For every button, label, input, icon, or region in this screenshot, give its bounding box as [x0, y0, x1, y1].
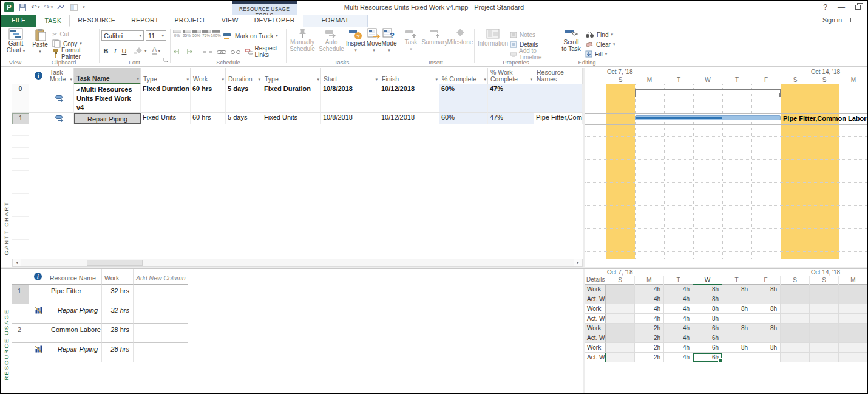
column-header-work[interactable]: Work	[102, 269, 134, 285]
usage-cell[interactable]: 8h	[722, 304, 751, 314]
ribbon-options-icon[interactable]	[846, 18, 851, 22]
underline-button[interactable]: U	[120, 47, 128, 55]
usage-cell[interactable]	[722, 333, 751, 343]
filter-arrow-icon[interactable]: ▾	[186, 76, 189, 83]
auto-schedule-button[interactable]: AutoSchedule	[318, 28, 345, 52]
column-header-type[interactable]: Type▾	[141, 68, 191, 84]
usage-cell[interactable]	[839, 314, 868, 324]
usage-timescale[interactable]: Oct 7, '18 Oct 14, '18 Details S M T W T…	[585, 269, 868, 285]
work-cell[interactable]: 32 hrs	[102, 285, 134, 304]
usage-cell[interactable]: 8h	[693, 294, 722, 304]
task-mode-cell[interactable]	[47, 84, 74, 113]
usage-cell[interactable]	[751, 353, 781, 362]
usage-cell[interactable]	[751, 294, 781, 304]
usage-cell[interactable]	[781, 324, 810, 333]
timeline-view-icon[interactable]	[57, 4, 66, 10]
usage-cell[interactable]: 8h	[751, 285, 781, 294]
percent-75-button[interactable]: 75%	[202, 30, 211, 38]
percent-100-button[interactable]: 100%	[211, 30, 220, 38]
mark-on-track-button[interactable]: Mark on Track▾	[223, 31, 278, 41]
font-size-select[interactable]: 11▾	[146, 30, 166, 41]
assignment-info-cell[interactable]	[29, 343, 47, 362]
usage-cell[interactable]	[839, 294, 868, 304]
column-header-add-new[interactable]: Add New Column	[134, 269, 188, 285]
usage-cell[interactable]	[810, 324, 839, 333]
move-button[interactable]: Move▾	[366, 28, 382, 53]
usage-cell[interactable]: 4h	[664, 324, 693, 333]
type2-cell[interactable]: Fixed Units	[262, 113, 321, 124]
assignment-name-cell[interactable]: Repair Piping	[47, 343, 102, 362]
details-cell[interactable]: Act. W	[585, 333, 606, 343]
scroll-right-arrow-icon[interactable]: ▸	[574, 259, 582, 266]
usage-cell[interactable]	[606, 333, 635, 343]
usage-cell[interactable]	[722, 294, 751, 304]
tab-project[interactable]: PROJECT	[167, 15, 214, 27]
start-cell[interactable]: 10/8/2018	[321, 84, 379, 113]
row-number[interactable]: 0	[12, 84, 29, 113]
gantt-chart-button[interactable]: Gantt Chart ▾	[4, 28, 28, 54]
background-color-button[interactable]	[134, 46, 143, 56]
usage-cell[interactable]: 4h	[664, 285, 693, 294]
row-number[interactable]: 1	[12, 113, 29, 124]
usage-cell[interactable]	[606, 285, 635, 294]
redo-button[interactable]: ↷▾	[44, 3, 53, 12]
filter-arrow-icon[interactable]: ▾	[317, 76, 319, 83]
usage-cell[interactable]	[781, 294, 810, 304]
type2-cell[interactable]: Fixed Duration	[262, 84, 321, 113]
bold-button[interactable]: B	[102, 47, 110, 55]
info-cell[interactable]	[29, 84, 47, 113]
usage-cell[interactable]	[781, 333, 810, 343]
pct-work-complete-cell[interactable]: 47%	[488, 84, 534, 113]
usage-cell[interactable]: 2h	[635, 324, 664, 333]
start-cell[interactable]: 10/8/2018	[321, 113, 379, 124]
usage-cell[interactable]: 8h	[693, 285, 722, 294]
task-mode-cell[interactable]	[47, 113, 74, 124]
info-column-header[interactable]: i	[29, 269, 47, 285]
info-column-header[interactable]: i	[29, 68, 47, 84]
usage-cell[interactable]: 8h	[751, 324, 781, 333]
assignment-name-cell[interactable]: Repair Piping	[47, 304, 102, 324]
cut-button[interactable]: ✂Cut	[52, 29, 98, 39]
scroll-left-arrow-icon[interactable]: ◂	[13, 259, 21, 266]
usage-cell[interactable]	[751, 314, 781, 324]
pct-complete-cell[interactable]: 60%	[439, 113, 488, 124]
outdent-task-icon[interactable]	[173, 46, 181, 57]
usage-cell[interactable]: 4h	[635, 304, 664, 314]
column-header-work[interactable]: Work▾	[191, 68, 226, 84]
tab-task[interactable]: TASK	[36, 15, 70, 27]
font-dialog-launcher-icon[interactable]	[163, 54, 168, 65]
usage-cell[interactable]	[751, 333, 781, 343]
link-tasks-icon[interactable]	[217, 46, 226, 57]
type-cell[interactable]: Fixed Units	[141, 113, 191, 124]
filter-arrow-icon[interactable]: ▾	[258, 76, 260, 83]
usage-cell[interactable]	[606, 353, 635, 362]
usage-cell[interactable]	[781, 314, 810, 324]
pct-work-complete-cell[interactable]: 47%	[488, 113, 534, 124]
column-header-finish[interactable]: Finish▾	[379, 68, 439, 84]
percent-50-button[interactable]: 50%	[192, 30, 201, 38]
usage-cell[interactable]	[810, 294, 839, 304]
duration-cell[interactable]: 5 days	[226, 84, 262, 113]
work-cell[interactable]: 28 hrs	[102, 343, 134, 362]
unlink-tasks-icon[interactable]	[231, 46, 240, 57]
usage-cell[interactable]: 8h	[722, 324, 751, 333]
details-cell[interactable]: Work	[585, 324, 606, 333]
add-new-cell[interactable]	[134, 285, 188, 304]
usage-cell[interactable]	[810, 333, 839, 343]
usage-cell[interactable]	[722, 353, 751, 362]
insert-task-button[interactable]: Task▾	[402, 28, 420, 52]
column-header-task-mode[interactable]: Task Mode▾	[47, 68, 74, 84]
assignment-info-cell[interactable]	[29, 304, 47, 324]
column-header-start[interactable]: Start▾	[321, 68, 379, 84]
clear-button[interactable]: Clear▾	[585, 39, 615, 49]
tab-file[interactable]: FILE	[1, 15, 36, 27]
filter-arrow-icon[interactable]: ▾	[530, 76, 532, 83]
usage-cell[interactable]: 4h	[635, 314, 664, 324]
form-view-icon[interactable]	[70, 4, 78, 11]
info-cell[interactable]	[29, 113, 47, 124]
notes-button[interactable]: Notes	[510, 30, 557, 39]
add-new-cell[interactable]	[134, 343, 188, 362]
tab-report[interactable]: REPORT	[123, 15, 166, 27]
column-header-resource-name[interactable]: Resource Name	[47, 269, 102, 285]
column-header-pct-work-complete[interactable]: % Work Complete▾	[488, 68, 534, 84]
